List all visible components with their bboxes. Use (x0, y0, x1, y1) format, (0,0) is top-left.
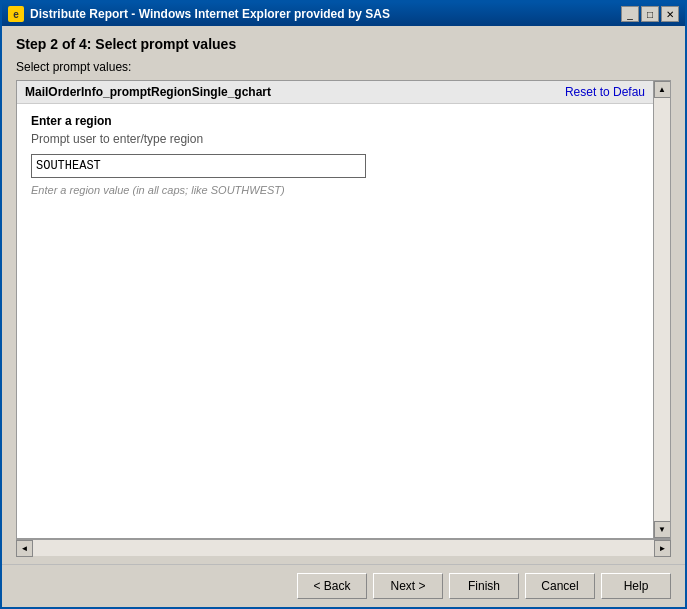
prompt-header: MailOrderInfo_promptRegionSingle_gchart … (17, 81, 653, 104)
horizontal-scrollbar: ◄ ► (16, 539, 671, 556)
scroll-down-button[interactable]: ▼ (654, 521, 671, 538)
prompt-section-title: Enter a region (31, 114, 639, 128)
cancel-button[interactable]: Cancel (525, 573, 595, 599)
h-scroll-track[interactable] (33, 540, 654, 556)
scroll-down-icon: ▼ (658, 525, 666, 534)
scroll-track[interactable] (654, 98, 670, 521)
help-button[interactable]: Help (601, 573, 671, 599)
title-bar-left: e Distribute Report - Windows Internet E… (8, 6, 390, 22)
close-button[interactable]: ✕ (661, 6, 679, 22)
region-input[interactable] (31, 154, 366, 178)
back-button[interactable]: < Back (297, 573, 367, 599)
app-icon: e (8, 6, 24, 22)
finish-button[interactable]: Finish (449, 573, 519, 599)
reset-button[interactable]: Reset to Defau (565, 85, 645, 99)
prompt-description: Prompt user to enter/type region (31, 132, 639, 146)
vertical-scrollbar: ▲ ▼ (653, 81, 670, 538)
panel-container: MailOrderInfo_promptRegionSingle_gchart … (16, 80, 671, 539)
title-bar: e Distribute Report - Windows Internet E… (2, 2, 685, 26)
section-label: Select prompt values: (16, 60, 671, 74)
prompt-name: MailOrderInfo_promptRegionSingle_gchart (25, 85, 271, 99)
scroll-right-button[interactable]: ► (654, 540, 671, 557)
content-area: Step 2 of 4: Select prompt values Select… (2, 26, 685, 564)
main-window: e Distribute Report - Windows Internet E… (0, 0, 687, 609)
footer: < Back Next > Finish Cancel Help (2, 564, 685, 607)
prompt-body: Enter a region Prompt user to enter/type… (17, 104, 653, 206)
next-button[interactable]: Next > (373, 573, 443, 599)
minimize-button[interactable]: _ (621, 6, 639, 22)
title-bar-controls: _ □ ✕ (621, 6, 679, 22)
scroll-left-icon: ◄ (21, 544, 29, 553)
scroll-left-button[interactable]: ◄ (16, 540, 33, 557)
maximize-button[interactable]: □ (641, 6, 659, 22)
hint-text: Enter a region value (in all caps; like … (31, 184, 639, 196)
scroll-up-button[interactable]: ▲ (654, 81, 671, 98)
panel-content: MailOrderInfo_promptRegionSingle_gchart … (17, 81, 653, 538)
step-title: Step 2 of 4: Select prompt values (16, 36, 671, 52)
window-title: Distribute Report - Windows Internet Exp… (30, 7, 390, 21)
scroll-up-icon: ▲ (658, 85, 666, 94)
scroll-right-icon: ► (659, 544, 667, 553)
